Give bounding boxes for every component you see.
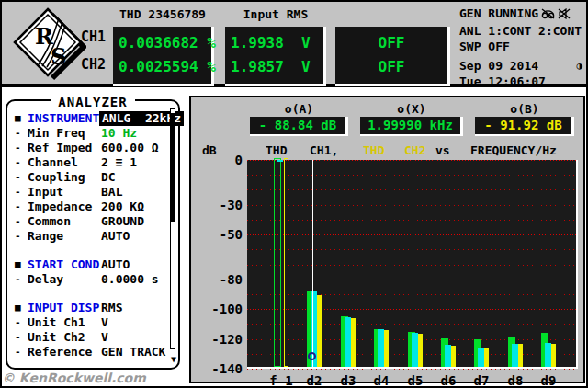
- menu-label: Common: [28, 214, 71, 229]
- item-marker: -: [15, 185, 24, 200]
- ch2-label: CH2: [81, 56, 106, 73]
- menu-label: Min Freq: [28, 126, 85, 141]
- menu-row-ref-imped[interactable]: -Ref Imped600.00 Ω: [7, 141, 167, 155]
- bar-d3-thd-ch2: [351, 318, 356, 367]
- menu-value[interactable]: 10 Hz: [101, 126, 137, 141]
- menu-row-instrument[interactable]: ■INSTRUMENTANLG 22kHz: [7, 111, 167, 126]
- menu-value[interactable]: AUTO: [101, 257, 130, 272]
- x-cursor-line[interactable]: [312, 160, 313, 369]
- menu-row-input-disp[interactable]: ■INPUT DISPRMS: [7, 301, 167, 315]
- menu-value[interactable]: RMS: [101, 301, 122, 315]
- menu-value[interactable]: GEN TRACK: [101, 345, 165, 359]
- menu-row-unit-ch1[interactable]: -Unit Ch1V: [7, 315, 167, 330]
- item-marker: -: [15, 272, 24, 287]
- gridline--140dB: [247, 369, 576, 370]
- gridline-0dB: [247, 160, 576, 161]
- chart-legend: dB THDCH1,THDCH2vsFREQUENCY/Hz: [191, 143, 583, 158]
- ytick--120: -120: [198, 332, 243, 347]
- menu-row-input[interactable]: -InputBAL: [7, 185, 167, 200]
- menu-row-unit-ch2[interactable]: -Unit Ch2V: [7, 330, 167, 345]
- gridline--100dB: [247, 309, 576, 310]
- item-marker: -: [15, 315, 24, 330]
- menu-row-common[interactable]: -CommonGROUND: [7, 214, 167, 229]
- scrollbar-thumb[interactable]: [171, 113, 175, 222]
- generator-status: GEN RUNNING: [459, 6, 584, 23]
- item-marker: -: [15, 155, 24, 170]
- menu-value[interactable]: V: [101, 315, 108, 330]
- menu-label: Unit Ch2: [28, 330, 85, 345]
- panel-scrollbar[interactable]: [170, 108, 175, 349]
- date-line: Sep 09 2014◑: [459, 58, 584, 74]
- menu-row-channel[interactable]: -Channel2 ≡ 1: [7, 155, 167, 170]
- section-marker: ■: [15, 111, 24, 126]
- input-rms-title: Input RMS: [225, 7, 326, 21]
- menu-label: Coupling: [28, 170, 85, 185]
- gridline--10dB: [247, 175, 576, 176]
- bar-d4-thd-ch2: [384, 330, 389, 367]
- legend-ch1: CH1,: [310, 143, 338, 157]
- top-status-bar: R S CH1 CH2 THD 23456789 0.0036682 % 0.0…: [0, 0, 588, 87]
- readout-value-o(A): - 88.84 dB: [250, 117, 348, 136]
- bar-d4-overlap: [378, 329, 384, 367]
- ytick--80: -80: [198, 272, 243, 287]
- bar-f1-thd-ch1: [274, 158, 281, 367]
- readout-label-o(B): o(B): [475, 102, 574, 116]
- menu-value[interactable]: DC: [101, 170, 116, 185]
- menu-row-min-freq[interactable]: -Min Freq10 Hz: [7, 126, 167, 141]
- xtick-d8: d8: [508, 373, 524, 388]
- ch1-label: CH1: [81, 29, 106, 45]
- xtick-d6: d6: [441, 373, 457, 388]
- menu-label: Impedance: [28, 200, 92, 214]
- menu-label: Channel: [28, 155, 78, 170]
- legend-ch2: CH2: [404, 143, 425, 157]
- menu-row-reference[interactable]: -ReferenceGEN TRACK: [7, 345, 167, 359]
- aux-display: OFF OFF: [335, 27, 450, 86]
- analyzer-screen: R S CH1 CH2 THD 23456789 0.0036682 % 0.0…: [0, 0, 588, 388]
- menu-value[interactable]: AUTO: [101, 229, 130, 244]
- menu-label: START COND: [28, 257, 99, 272]
- watermark: © KenRockwell.com: [2, 371, 146, 385]
- item-marker: -: [15, 330, 24, 345]
- time-line: Tue 12:06:07: [459, 74, 584, 89]
- panel-title: ANALYZER: [7, 93, 178, 110]
- menu-value[interactable]: 600.00 Ω: [101, 141, 159, 155]
- menu-row-impedance[interactable]: -Impedance200 KΩ: [7, 200, 167, 214]
- menu-value[interactable]: V: [101, 330, 108, 345]
- legend-frequencyhz: FREQUENCY/Hz: [470, 143, 557, 157]
- xtick-d3: d3: [341, 373, 356, 388]
- thd-ch1-value: 0.0036682 %: [119, 31, 206, 55]
- bar-d6-thd-ch2: [451, 346, 456, 367]
- rohde-schwarz-logo: R S: [11, 6, 86, 86]
- menu-row-delay[interactable]: -Delay0.0000 s: [7, 272, 167, 287]
- legend-thd: THD: [363, 143, 384, 157]
- menu-value[interactable]: BAL: [101, 185, 122, 200]
- analyzer-settings-panel: ANALYZER ■INSTRUMENTANLG 22kHz-Min Freq1…: [6, 99, 180, 370]
- thd-readout-display: 0.0036682 % 0.0025594 %: [113, 27, 214, 86]
- ytick--50: -50: [198, 227, 243, 242]
- menu-value[interactable]: 200 KΩ: [101, 200, 144, 214]
- menu-row-range[interactable]: -RangeAUTO: [7, 229, 167, 244]
- xtick-d9: d9: [541, 373, 557, 388]
- gridline--90dB: [247, 294, 576, 295]
- readout-label-o(X): o(X): [360, 102, 463, 116]
- item-marker: -: [15, 141, 24, 155]
- menu-label: INSTRUMENT: [28, 111, 99, 126]
- menu-row-start-cond[interactable]: ■START CONDAUTO: [7, 257, 167, 272]
- xtick-d7: d7: [474, 373, 490, 388]
- xtick-d4: d4: [374, 373, 390, 388]
- bar-d8-overlap: [512, 344, 518, 367]
- readout-value-o(X): 1.99990 kHz: [360, 117, 463, 136]
- speaker-muted-icon: [558, 7, 571, 23]
- menu-value[interactable]: GROUND: [101, 214, 144, 229]
- scroll-down-arrow[interactable]: ▼: [171, 354, 176, 364]
- readout-label-o(A): o(A): [250, 102, 348, 116]
- bar-d7-overlap: [478, 348, 484, 367]
- item-marker: -: [15, 214, 24, 229]
- menu-value[interactable]: 2 ≡ 1: [101, 155, 137, 170]
- gridline--110dB: [247, 324, 576, 325]
- bar-d8-thd-ch2: [518, 344, 523, 367]
- menu-row-coupling[interactable]: -CouplingDC: [7, 170, 167, 185]
- menu-label: Input: [28, 185, 63, 200]
- item-marker: -: [15, 229, 24, 244]
- menu-value[interactable]: 0.0000 s: [101, 272, 159, 287]
